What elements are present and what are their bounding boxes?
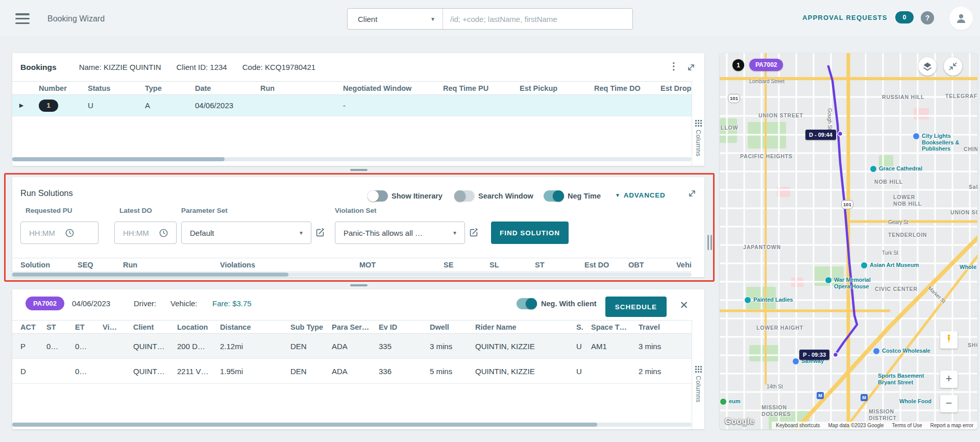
search-category-value: Client [358,15,377,23]
violation-set-value: Panic-This allows all … [344,229,423,237]
zoom-out-button[interactable]: − [940,395,958,412]
approval-requests-button[interactable]: APPROVAL REQUESTS [802,14,888,21]
fare-value: Fare: $3.75 [212,299,252,308]
column-header[interactable]: Est Dropoff [652,84,692,92]
column-header[interactable]: ST [38,323,67,331]
split-resize-handle[interactable] [707,235,712,250]
column-header[interactable]: ST [527,261,576,269]
expand-panel-icon[interactable] [687,188,697,201]
edit-violation-set-icon[interactable] [468,227,479,240]
kebab-menu-icon[interactable]: ⋮ [669,60,679,73]
column-header[interactable]: Dwell [422,323,467,331]
map-layers-button[interactable] [918,57,937,76]
column-header[interactable]: Req Time DO [586,84,652,92]
map-label: Turk St [882,250,898,256]
expand-panel-icon[interactable] [686,62,696,75]
user-avatar[interactable] [949,7,973,30]
requested-pu-input[interactable] [29,229,65,237]
parameter-set-select[interactable]: Default ▼ [181,222,311,244]
column-header[interactable]: Location [169,323,212,331]
stop-row-pickup[interactable]: P 0… 0… QUINT… 200 D… 2.12mi DEN ADA 335… [12,334,692,359]
columns-strip[interactable]: Columns [692,81,704,166]
stop-row-dropoff[interactable]: D 0… QUINT… 2211 V… 1.95mi DEN ADA 336 5… [12,359,692,384]
column-header[interactable]: Sub Type [282,323,324,331]
expand-row-icon[interactable]: ▶ [12,102,31,109]
column-header[interactable]: Est DO [576,261,620,269]
search-input[interactable] [443,9,632,29]
column-header[interactable]: Vehicle [668,261,692,269]
show-itinerary-toggle-group: Show Itinerary [368,190,443,202]
zoom-in-button[interactable]: + [940,371,958,388]
neg-with-client-toggle[interactable] [517,298,537,309]
scrollbar-thumb[interactable] [12,273,288,277]
schedule-button[interactable]: SCHEDULE [605,297,667,317]
help-icon[interactable]: ? [921,11,934,24]
latest-do-field[interactable] [114,222,177,244]
columns-strip[interactable]: Columns [692,320,704,429]
column-header[interactable]: Run [252,84,335,92]
map-label: Salesf [969,184,977,190]
column-header[interactable]: Violations [212,261,351,269]
table-cell: 2 mins [630,367,692,376]
close-icon[interactable]: ✕ [677,299,691,312]
google-logo[interactable]: Google [725,417,754,426]
column-header[interactable]: ET [67,323,94,331]
column-header[interactable]: Est Pickup [511,84,586,92]
panel-resize-handle[interactable] [350,284,368,286]
search-category-select[interactable]: Client ▼ [348,9,443,29]
violation-set-select[interactable]: Panic-This allows all … ▼ [335,222,465,244]
menu-icon[interactable] [15,13,30,24]
terms-link[interactable]: Terms of Use [892,423,922,428]
booking-row[interactable]: ▶ 1 U A 04/06/2023 - [12,95,692,116]
column-header[interactable]: S. [568,323,583,331]
column-header[interactable]: Space T… [583,323,630,331]
column-header[interactable]: SL [481,261,527,269]
map-canvas [720,53,977,429]
table-cell: 0… [67,342,94,351]
report-error-link[interactable]: Report a map error [930,423,973,428]
column-header[interactable]: Para Ser… [324,323,371,331]
column-header[interactable]: OBT [620,261,668,269]
table-cell: 1 [31,100,80,112]
collapse-map-button[interactable] [944,57,962,76]
map-label: MISSION DISTRICT [869,408,905,422]
column-header[interactable]: Vi… [94,323,125,331]
column-header[interactable]: Type [137,84,187,92]
scrollbar-thumb[interactable] [12,423,597,427]
column-header[interactable]: SEQ [69,261,115,269]
column-header[interactable]: SE [435,261,481,269]
column-header[interactable]: Distance [212,323,282,331]
find-solution-button[interactable]: FIND SOLUTION [491,222,569,244]
map-panel[interactable]: Lombard StreetRUSSIAN HILLTELEGRAFUNION … [720,53,977,429]
column-header[interactable]: Travel [630,323,692,331]
pegman-button[interactable] [940,331,958,349]
column-header[interactable]: Rider Name [467,323,568,331]
column-header[interactable]: Number [31,84,80,92]
map-label: Asian Art Museum [861,262,919,269]
panel-resize-handle[interactable] [350,169,368,171]
table-cell: U [80,101,137,110]
column-header[interactable]: Date [187,84,252,92]
show-itinerary-toggle[interactable] [368,190,388,202]
column-header[interactable]: Solution [12,261,69,269]
parameter-set-value: Default [190,229,214,237]
column-header[interactable]: ACT [12,323,38,331]
map-label: Grace Cathedral [870,165,922,173]
edit-parameter-set-icon[interactable] [314,227,326,240]
column-header[interactable]: MOT [351,261,435,269]
requested-pu-field[interactable] [20,222,99,244]
vehicle-label: Vehicle: [170,299,198,308]
advanced-button[interactable]: ▼ ADVANCED [615,191,666,199]
scrollbar-thumb[interactable] [12,157,225,161]
column-header[interactable]: Run [115,261,212,269]
column-header[interactable]: Status [80,84,137,92]
field-label: Parameter Set [181,207,228,214]
column-header[interactable]: Negotiated Window [335,84,435,92]
column-header[interactable]: Client [125,323,169,331]
search-window-toggle[interactable] [454,190,475,202]
keyboard-shortcuts-link[interactable]: Keyboard shortcuts [776,423,820,428]
column-header[interactable]: Req Time PU [435,84,511,92]
latest-do-input[interactable] [123,229,159,237]
column-header[interactable]: Ev ID [371,323,422,331]
neg-time-toggle[interactable] [544,190,564,202]
